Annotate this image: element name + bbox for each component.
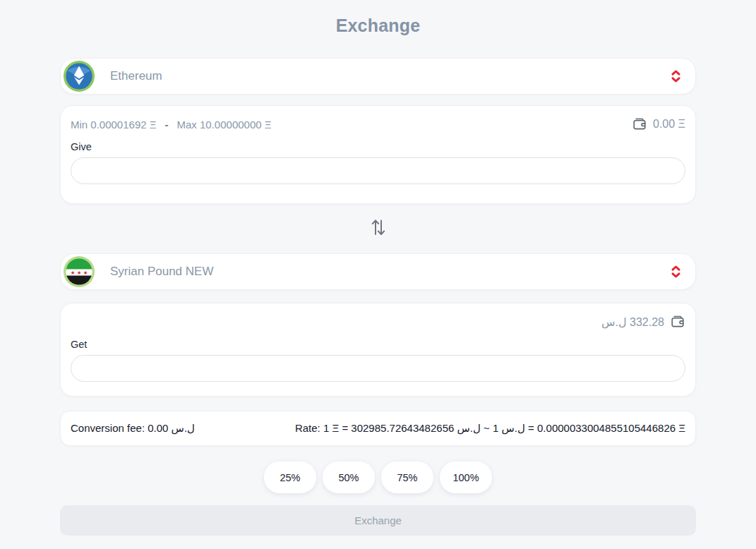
syria-flag-coin-icon: ★ ★ ★ (64, 256, 95, 287)
get-amount-input[interactable] (71, 355, 685, 382)
approx-sign: ~ (484, 422, 490, 434)
give-info-row: Min 0.00001692 Ξ - Max 10.00000000 Ξ 0.0… (71, 116, 685, 133)
fee-value: 0.00 (148, 422, 168, 434)
ethereum-coin-icon (64, 61, 95, 92)
summary-bar: Conversion fee: 0.00 ل.س Rate: 1 Ξ = 302… (60, 411, 696, 446)
get-panel: 332.28 ل.س Get (60, 303, 696, 397)
max-limit: Max 10.00000000 Ξ (177, 119, 272, 131)
get-info-row: 332.28 ل.س (71, 313, 685, 330)
fee-label: Conversion fee: (71, 422, 145, 434)
give-panel: Min 0.00001692 Ξ - Max 10.00000000 Ξ 0.0… (60, 105, 696, 204)
percent-100-button[interactable]: 100% (440, 461, 492, 493)
get-balance: 332.28 ل.س (601, 314, 685, 330)
from-currency-selector[interactable]: Ethereum (60, 58, 696, 95)
inverse-to-unit: Ξ (678, 422, 685, 434)
give-label: Give (71, 141, 685, 152)
fee-currency: ل.س (172, 422, 195, 434)
rate-text: Rate: 1 Ξ = 302985.72643482656 ل.س ~ 1 ل… (295, 422, 685, 435)
equals-sign: = (342, 422, 348, 434)
percent-75-button[interactable]: 75% (381, 461, 433, 493)
to-currency-selector[interactable]: ★ ★ ★ Syrian Pound NEW (60, 253, 696, 290)
rate-from: 1 Ξ (323, 422, 339, 434)
swap-row (60, 210, 696, 245)
percent-row: 25% 50% 75% 100% (60, 461, 696, 493)
page-title: Exchange (60, 16, 696, 36)
chevron-up-down-icon[interactable] (671, 69, 681, 83)
equals-sign: = (528, 422, 534, 434)
get-label: Get (71, 339, 685, 350)
inverse-from: 1 (493, 422, 498, 434)
svg-text:★: ★ (83, 270, 88, 276)
from-currency-name: Ethereum (110, 69, 671, 83)
give-amount-input[interactable] (71, 157, 685, 184)
wallet-icon (632, 116, 647, 132)
min-limit: Min 0.00001692 Ξ (71, 119, 157, 131)
rate-to-currency: ل.س (457, 422, 481, 434)
give-balance: 0.00 Ξ (632, 116, 685, 132)
rate-to-value: 302985.72643482656 (351, 422, 454, 434)
limits-separator: - (165, 119, 169, 131)
exchange-button[interactable]: Exchange (60, 505, 696, 536)
svg-text:★: ★ (71, 270, 76, 276)
svg-text:★: ★ (77, 270, 82, 276)
to-currency-name: Syrian Pound NEW (110, 265, 671, 279)
wallet-icon (670, 314, 685, 330)
exchange-page: Exchange Ethereum Min 0.00001692 Ξ - (60, 16, 696, 536)
swap-vertical-icon[interactable] (366, 215, 391, 240)
rate-label: Rate: (295, 422, 320, 434)
percent-25-button[interactable]: 25% (264, 461, 316, 493)
chevron-up-down-icon[interactable] (671, 265, 681, 279)
give-balance-value: 0.00 Ξ (653, 118, 685, 131)
limits: Min 0.00001692 Ξ - Max 10.00000000 Ξ (71, 119, 272, 131)
percent-50-button[interactable]: 50% (323, 461, 375, 493)
get-balance-value: 332.28 ل.س (601, 315, 664, 329)
conversion-fee: Conversion fee: 0.00 ل.س (71, 422, 195, 435)
inverse-from-currency: ل.س (502, 422, 525, 434)
inverse-to-value: 0.0000033004855105446826 (537, 422, 676, 434)
